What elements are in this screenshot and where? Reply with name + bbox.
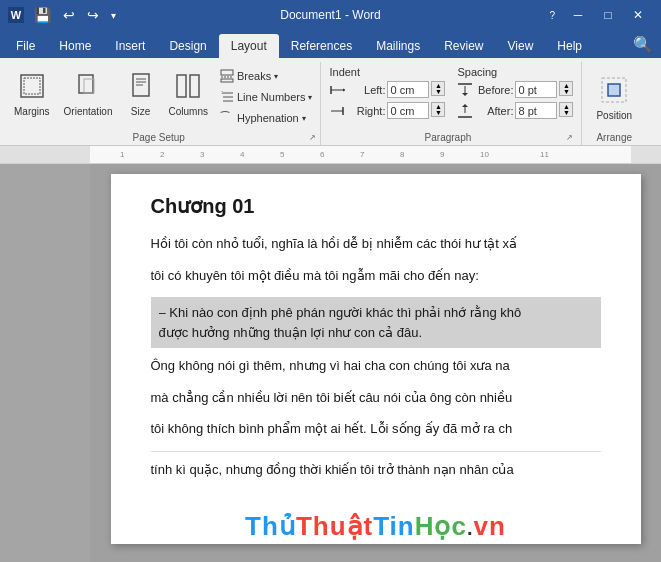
spacing-after-icon — [457, 104, 473, 118]
watermark-vn: vn — [474, 511, 506, 541]
page-divider — [151, 451, 601, 452]
tab-insert[interactable]: Insert — [103, 34, 157, 58]
ribbon-content: Margins Orientation Size Columns — [0, 58, 661, 146]
ruler-mark-9: 9 — [440, 150, 444, 159]
paragraph-3: tính kì quặc, nhưng đồng thời khiến tôi … — [151, 460, 601, 480]
chapter-heading: Chương 01 — [151, 194, 601, 218]
spacing-before-icon — [457, 83, 473, 97]
paragraph-1a: Hồi tôi còn nhỏ tuổi, nghĩa là hồi dễ bị… — [151, 234, 601, 254]
hyphenation-button[interactable]: ⁀ Hyphenation ▾ — [216, 108, 316, 128]
indent-right-spinner: ▲ ▼ — [431, 102, 445, 119]
spacing-before-down-button[interactable]: ▼ — [559, 88, 573, 96]
margins-icon — [18, 72, 46, 104]
indent-right-icon — [329, 104, 345, 118]
columns-button[interactable]: Columns — [163, 66, 214, 122]
indent-left-spinner: ▲ ▼ — [431, 81, 445, 98]
quick-access-toolbar: 💾 ↩ ↪ ▾ — [30, 5, 120, 25]
redo-button[interactable]: ↪ — [83, 5, 103, 25]
indent-right-label: Right: — [347, 105, 385, 117]
save-button[interactable]: 💾 — [30, 5, 55, 25]
window-controls: ─ □ ✕ — [563, 0, 653, 30]
tab-mailings[interactable]: Mailings — [364, 34, 432, 58]
indent-right-input[interactable] — [387, 102, 429, 119]
tab-view[interactable]: View — [496, 34, 546, 58]
tab-layout[interactable]: Layout — [219, 34, 279, 58]
breaks-icon — [220, 69, 234, 83]
watermark-hoc: Học — [415, 511, 467, 541]
tab-file[interactable]: File — [4, 34, 47, 58]
svg-rect-1 — [24, 78, 40, 94]
page-setup-expand-button[interactable]: ↗ — [309, 133, 316, 142]
tab-design[interactable]: Design — [157, 34, 218, 58]
svg-rect-8 — [177, 75, 186, 97]
spacing-after-spinner: ▲ ▼ — [559, 102, 573, 119]
maximize-button[interactable]: □ — [593, 0, 623, 30]
size-button[interactable]: Size — [121, 66, 161, 122]
tab-references[interactable]: References — [279, 34, 364, 58]
hyphenation-dropdown-icon: ▾ — [302, 114, 306, 123]
arrange-label: Arrange — [596, 132, 632, 145]
paragraph-1b: tôi có khuyên tôi một điều mà tôi ngẫm m… — [151, 266, 601, 286]
indent-left-input[interactable] — [387, 81, 429, 98]
orientation-icon — [74, 72, 102, 104]
spacing-label: Spacing — [457, 66, 573, 78]
tab-home[interactable]: Home — [47, 34, 103, 58]
document-sidebar — [0, 164, 90, 562]
spacing-after-row: After: ▲ ▼ — [457, 101, 573, 120]
close-button[interactable]: ✕ — [623, 0, 653, 30]
search-ribbon-button[interactable]: 🔍 — [625, 33, 661, 56]
minimize-button[interactable]: ─ — [563, 0, 593, 30]
tab-help[interactable]: Help — [545, 34, 594, 58]
ruler-mark-6: 6 — [320, 150, 324, 159]
paragraph-2a: Ông không nói gì thêm, nhưng vì hai cha … — [151, 356, 601, 376]
ruler-mark-1: 1 — [120, 150, 124, 159]
spacing-after-down-button[interactable]: ▼ — [559, 109, 573, 117]
svg-rect-2 — [79, 75, 93, 93]
indent-label: Indent — [329, 66, 445, 78]
indent-left-down-button[interactable]: ▼ — [431, 88, 445, 96]
ruler-mark-7: 7 — [360, 150, 364, 159]
spacing-after-label: After: — [475, 105, 513, 117]
position-button[interactable]: Position — [590, 70, 638, 126]
arrange-group: Position Arrange — [582, 62, 646, 145]
ruler: 1 2 3 4 5 6 7 8 9 10 11 — [0, 146, 661, 164]
position-icon — [600, 76, 628, 108]
ruler-mark-2: 2 — [160, 150, 164, 159]
spacing-before-label: Before: — [475, 84, 513, 96]
columns-icon — [174, 72, 202, 104]
indent-right-row: Right: ▲ ▼ — [329, 101, 445, 120]
highlighted-block-1: – Khi nào con định phê phán người khác t… — [151, 297, 601, 348]
document-page[interactable]: Chương 01 Hồi tôi còn nhỏ tuổi, nghĩa là… — [111, 174, 641, 544]
spacing-before-input[interactable] — [515, 81, 557, 98]
customize-quick-access-button[interactable]: ▾ — [107, 8, 120, 23]
title-bar-left: W 💾 ↩ ↪ ▾ — [8, 5, 120, 25]
svg-marker-25 — [462, 93, 468, 96]
spacing-section: Spacing Before: ▲ ▼ After: — [457, 66, 573, 128]
paragraph-expand-button[interactable]: ↗ — [566, 133, 573, 142]
ruler-mark-5: 5 — [280, 150, 284, 159]
spacing-after-input[interactable] — [515, 102, 557, 119]
line-numbers-button[interactable]: 1 Line Numbers ▾ — [216, 87, 316, 107]
indent-left-label: Left: — [347, 84, 385, 96]
ruler-mark-4: 4 — [240, 150, 244, 159]
svg-rect-12 — [221, 79, 233, 82]
indent-right-down-button[interactable]: ▼ — [431, 109, 445, 117]
undo-button[interactable]: ↩ — [59, 5, 79, 25]
watermark-text: ThủThuậtTinHọc.vn — [245, 511, 506, 542]
ribbon-display-options-button[interactable]: ? — [549, 10, 555, 21]
watermark-thuat: Thuật — [296, 511, 373, 541]
highlight-text-1a: – Khi nào con định phê phán người khác t… — [159, 303, 593, 323]
svg-rect-9 — [190, 75, 199, 97]
hyphenation-icon: ⁀ — [220, 111, 234, 125]
paragraph-2b: mà chẳng cần nhiều lời nên tôi biết câu … — [151, 388, 601, 408]
tab-review[interactable]: Review — [432, 34, 495, 58]
watermark: ThủThuậtTinHọc.vn — [111, 508, 641, 544]
margins-button[interactable]: Margins — [8, 66, 56, 122]
size-icon — [127, 72, 155, 104]
watermark-thu: Thủ — [245, 511, 296, 541]
paragraph-2c: tôi không thích bình phẩm một ai hết. Lỗ… — [151, 419, 601, 439]
word-app-icon: W — [8, 7, 24, 23]
breaks-button[interactable]: Breaks ▾ — [216, 66, 316, 86]
ruler-mark-11: 11 — [540, 150, 549, 159]
orientation-button[interactable]: Orientation — [58, 66, 119, 122]
